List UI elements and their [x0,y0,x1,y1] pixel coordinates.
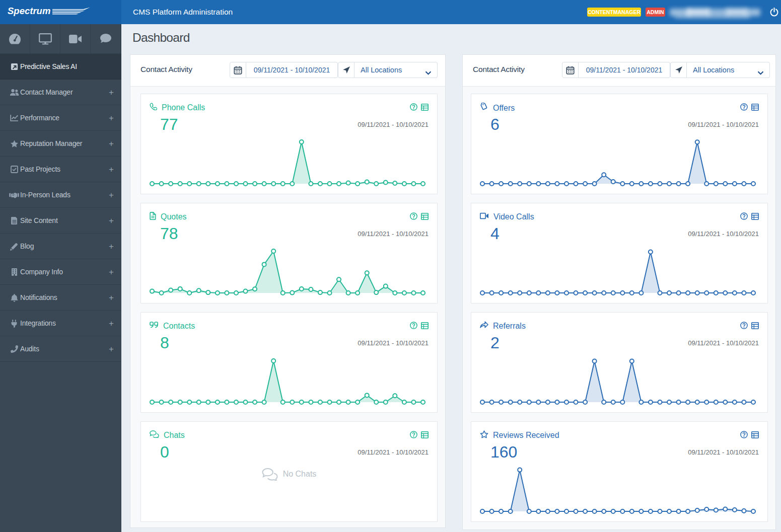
svg-text:Spectrum: Spectrum [8,6,50,16]
